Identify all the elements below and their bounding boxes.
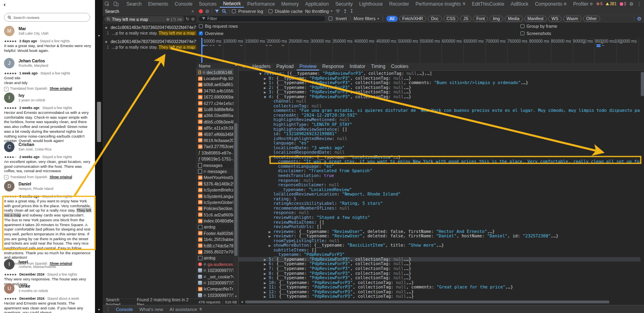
record-icon[interactable] — [199, 9, 203, 13]
request-row[interactable]: JSIcSystemGlobeSt… — [196, 199, 238, 205]
refresh-search-icon[interactable]: ↻ — [186, 16, 190, 22]
request-row[interactable]: JS51c6.ad2a8609a… — [196, 212, 238, 218]
request-row[interactable]: airdog — [196, 255, 238, 261]
expander-icon[interactable]: ▶ — [264, 267, 269, 272]
request-row[interactable]: JSa85c.a11a1fc331… — [196, 125, 238, 131]
avatar[interactable]: I — [4, 259, 14, 270]
request-row[interactable]: JSIcSystemLangua… — [196, 193, 238, 199]
throttling-dropdown[interactable]: No throttling▼ — [305, 9, 333, 14]
tab-recorder[interactable]: Recorder — [386, 0, 412, 8]
scrollbar-thumb[interactable] — [245, 301, 609, 303]
drawer-tab-what-s-new[interactable]: What's new — [139, 307, 163, 312]
request-row[interactable]: JSindex.00480d9e… — [196, 218, 238, 224]
invert-checkbox[interactable] — [328, 16, 332, 21]
drawer-menu-icon[interactable]: ⋮ — [106, 307, 110, 312]
request-row[interactable]: JSIcCompactNoTra… — [196, 286, 238, 292]
filter-chip-font[interactable]: Font — [473, 16, 488, 22]
request-row[interactable]: JS1cd8.6d88efb6af… — [196, 106, 238, 112]
close-search-pane-icon[interactable]: × — [192, 9, 194, 14]
network-search-icon[interactable] — [222, 9, 227, 14]
scroll-down-icon[interactable]: ▼ — [97, 308, 101, 311]
request-row[interactable]: JS8619.fe3aaae20c… — [196, 137, 238, 143]
tab-performance-insights[interactable]: Performance insights⚗ — [412, 0, 469, 8]
json-line[interactable]: localizedReviewerLocation: "Newport, Rho… — [239, 192, 640, 197]
network-settings-gear-icon[interactable]: ⚙ — [637, 16, 642, 22]
tab-application[interactable]: Application — [302, 0, 332, 8]
request-row[interactable]: airdog — [196, 224, 238, 230]
detail-tab-timing[interactable]: Timing — [368, 63, 388, 70]
request-row[interactable]: JS6277.c24e1e5c9… — [196, 100, 238, 106]
close-detail-icon[interactable]: × — [239, 64, 249, 70]
device-toolbar-icon[interactable] — [111, 2, 121, 6]
detail-tab-cookies[interactable]: Cookies — [388, 63, 411, 70]
avatar[interactable]: I — [4, 93, 14, 103]
network-conditions-icon[interactable] — [335, 9, 341, 13]
filter-chip-wasm[interactable]: Wasm — [563, 16, 581, 22]
request-row[interactable]: ƒ33b80859-e87e-… — [196, 150, 238, 156]
tab-elements[interactable]: Elements — [145, 0, 171, 8]
filter-chip-fetch-xhr[interactable]: Fetch/XHR — [399, 16, 426, 22]
detail-tab-response[interactable]: Response — [319, 63, 347, 70]
expander-icon[interactable]: ▼ — [259, 72, 264, 76]
scroll-up-icon[interactable]: ▲ — [233, 64, 238, 66]
avatar[interactable]: D — [4, 181, 14, 192]
detail-tab-payload[interactable]: Payload — [273, 63, 296, 70]
filter-chip-media[interactable]: Media — [505, 16, 523, 22]
tab-search[interactable]: Search — [123, 0, 145, 8]
tab-memory[interactable]: Memory — [278, 0, 302, 8]
console-errors-badge[interactable]: ⊗6 — [596, 2, 603, 6]
request-row[interactable]: ⊘1023009977/?… — [196, 280, 238, 286]
filter-chip-all[interactable]: All — [386, 16, 398, 22]
filter-chip-img[interactable]: Img — [489, 16, 503, 22]
tab-lighthouse[interactable]: Lighthouse — [356, 0, 386, 8]
page-scrollbar[interactable]: ▲ ▼ — [95, 0, 103, 313]
scroll-up-icon[interactable]: ▲ — [97, 34, 101, 37]
filter-chip-other[interactable]: Other — [583, 16, 600, 22]
request-row[interactable]: JSb0b8.ae63a861a… — [196, 82, 238, 88]
json-line[interactable]: ▶13: {__typename: "PdpReviewForP3", coll… — [239, 294, 640, 299]
filter-chip-manifest[interactable]: Manifest — [524, 16, 547, 22]
request-row[interactable]: ×⊘ga-audiences… — [196, 261, 238, 267]
requests-scrollbar[interactable]: ▲ ▼ — [233, 63, 238, 299]
network-overview-timeline[interactable]: 50000 ms100000 ms150000 ms200000 ms25000… — [196, 38, 644, 63]
tab-editthiscookie[interactable]: EditThisCookie — [469, 0, 508, 8]
settings-gear-icon[interactable]: ⚙ — [629, 1, 634, 7]
clear-search-icon[interactable]: ⊘ — [191, 16, 195, 22]
request-row[interactable]: {}⊘dec1c806148… — [196, 69, 238, 75]
tab-adblock[interactable]: AdBlock — [508, 0, 532, 8]
screenshots-option[interactable]: Screenshots — [520, 31, 551, 36]
request-row[interactable]: JS7ae3.277f53ced… — [196, 144, 238, 150]
avatar[interactable]: M — [4, 26, 14, 36]
search-reviews-input[interactable]: Search reviews — [4, 13, 90, 22]
request-row[interactable]: JS1672.6900069a0… — [196, 94, 238, 100]
expander-icon[interactable]: ▶ — [268, 234, 273, 239]
request-row[interactable]: JSfc88.c74dc5e78f.js — [196, 243, 238, 249]
match-case-toggle-icon[interactable]: Aa — [178, 17, 182, 21]
more-menu-icon[interactable]: ⋮ — [637, 1, 642, 7]
show-original-link[interactable]: Show original — [50, 175, 72, 180]
scroll-left-icon[interactable]: ◄ — [240, 300, 244, 304]
filter-chip-js[interactable]: JS — [460, 16, 471, 22]
search-result-line[interactable]: 1…p for a really nice stay. They left me… — [103, 30, 196, 36]
disable-cache-checkbox[interactable] — [268, 9, 272, 13]
export-har-icon[interactable]: ↧ — [349, 9, 353, 14]
tab-components[interactable]: Components⚙ — [532, 0, 570, 8]
regex-toggle-icon[interactable]: (.*) — [171, 17, 176, 21]
avatar[interactable]: U — [4, 283, 14, 294]
preview-horizontal-scrollbar[interactable]: ◄ — [240, 300, 639, 304]
tab-security[interactable]: Security — [332, 0, 356, 8]
request-row[interactable]: ⊘_set_cookie?v… — [196, 274, 238, 280]
detail-tab-initiator[interactable]: Initiator — [347, 63, 368, 70]
more-filters-dropdown[interactable]: More filters▼ — [354, 16, 380, 21]
request-row[interactable]: JSFooter.4a902b6… — [196, 230, 238, 236]
expander-icon[interactable]: ▶ — [264, 81, 269, 86]
request-row[interactable]: JSLocationPdp.928… — [196, 75, 238, 81]
scrollbar-thumb[interactable] — [641, 72, 644, 96]
back-chevron-icon[interactable]: ‹ — [4, 1, 6, 8]
request-row[interactable]: JS5376.4b1469c25… — [196, 181, 238, 187]
detail-tab-headers[interactable]: Headers — [250, 63, 273, 70]
import-har-icon[interactable]: ↥ — [343, 9, 347, 14]
expander-icon[interactable]: ▶ — [264, 285, 269, 290]
show-original-link[interactable]: Show original — [50, 86, 72, 91]
request-row[interactable]: JS2965.85027e706… — [196, 249, 238, 255]
